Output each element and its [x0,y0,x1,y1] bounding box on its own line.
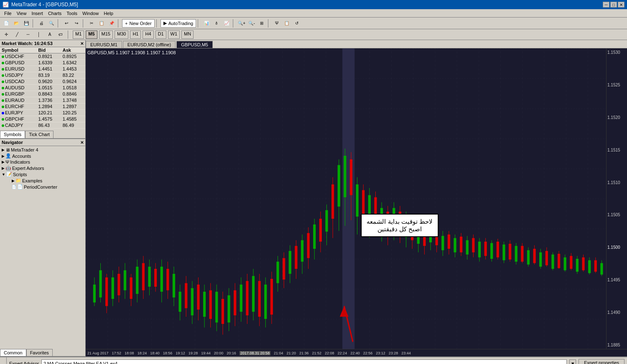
vline-button[interactable]: │ [34,30,43,39]
redo-button[interactable]: ↪ [72,19,81,28]
strategy-tester-tab[interactable]: Strategy Tester [0,357,7,364]
nav-item-accounts[interactable]: ▶ 👤 Accounts [0,153,85,159]
svg-rect-52 [240,285,242,312]
tab-symbols[interactable]: Symbols [0,131,25,138]
nav-item-metatrader-4[interactable]: ▶ 🖥 MetaTrader 4 [0,147,85,153]
chart-type-bar[interactable]: 📊 [202,19,211,28]
dot-icon [2,99,4,102]
paste-button[interactable]: 📌 [107,19,116,28]
hline-button[interactable]: ─ [23,30,33,39]
new-order-button[interactable]: + New Order [122,19,155,28]
title-bar: 📈 MetaTrader 4 - [GBPUSD,M5] ─ □ ✕ [0,0,627,9]
table-row[interactable]: EURUSD 1.4451 1.4453 [0,66,85,72]
table-row[interactable]: GBPUSD 1.6339 1.6342 [0,60,85,66]
save-button[interactable]: 💾 [22,19,31,28]
table-row[interactable]: USDCHF 0.8921 0.8925 [0,53,85,60]
table-row[interactable]: AUDUSD 1.0515 1.0518 [0,85,85,91]
crosshair-button[interactable]: ✛ [2,30,11,39]
maximize-button[interactable]: □ [610,2,617,8]
navigator-tree: ▶ 🖥 MetaTrader 4▶ 👤 Accounts▶ Ψ Indicato… [0,146,85,191]
chart-tab-eurusd-m2[interactable]: EURUSD,M2 (offline) [123,41,176,48]
svg-rect-122 [454,238,456,252]
table-row[interactable]: CADJPY 86.43 86.49 [0,122,85,129]
refresh-button[interactable]: ↺ [292,19,301,28]
svg-rect-24 [154,269,157,287]
autotrading-button[interactable]: ▶ AutoTrading [161,19,196,28]
expert-properties-button[interactable]: Expert properties [579,359,624,364]
label-button[interactable]: 🏷 [56,30,65,39]
zoom-in-button[interactable]: 🔍+ [237,19,246,28]
menu-file[interactable]: File [2,10,14,17]
nav-tab-favorites[interactable]: Favorites [26,349,53,356]
menu-window[interactable]: Window [80,10,101,17]
nav-item-expert-advisors[interactable]: ▶ 🤖 Expert Advisors [0,165,85,171]
menu-tools[interactable]: Tools [64,10,80,17]
chart-type-line[interactable]: 📈 [222,19,231,28]
templates-button[interactable]: 📋 [282,19,291,28]
zoom-out-button[interactable]: 🔍- [247,19,256,28]
chart-tab-gbpusd-m5[interactable]: GBPUSD,M5 [176,41,213,48]
svg-rect-72 [301,240,303,261]
line-button[interactable]: ╱ [13,30,22,39]
price-3: 1.1520 [607,115,626,120]
tab-tick-chart[interactable]: Tick Chart [25,131,54,138]
ea-dropdown-arrow[interactable]: ▼ [569,359,576,364]
table-row[interactable]: EURAUD 1.3736 1.3748 [0,97,85,104]
nav-item-scripts[interactable]: ▼ 📝 Scripts [0,171,85,177]
print-button[interactable]: 🖨 [37,19,46,28]
market-watch-title: Market Watch: 16:24:53 [2,41,53,46]
menu-view[interactable]: View [14,10,29,17]
svg-rect-130 [478,242,481,258]
menu-help[interactable]: Help [101,10,116,17]
svg-rect-152 [545,251,548,265]
period-m1[interactable]: M1 [73,30,84,39]
table-row[interactable]: EURGBP 0.8843 0.8846 [0,91,85,97]
nav-item-indicators[interactable]: ▶ Ψ Indicators [0,159,85,165]
period-h4[interactable]: H4 [143,30,153,39]
col-bid: Bid [36,47,61,53]
svg-rect-18 [136,267,138,294]
period-m5[interactable]: M5 [86,30,97,39]
nav-expand-icon: ▼ [2,172,5,177]
text-button[interactable]: A [45,30,54,39]
open-button[interactable]: 📂 [12,19,21,28]
minimize-button[interactable]: ─ [603,2,609,8]
nav-tab-common[interactable]: Common [0,349,26,356]
expert-advisor-value: 2 MA Crosses Mega filter EA V1.ex4 [43,361,117,364]
cut-button[interactable]: ✂ [87,19,96,28]
print-preview-button[interactable]: 🔍 [47,19,56,28]
undo-button[interactable]: ↩ [62,19,71,28]
grid-button[interactable]: ⊞ [257,19,266,28]
period-m30[interactable]: M30 [115,30,128,39]
svg-rect-166 [588,260,591,273]
close-button[interactable]: ✕ [618,2,624,8]
svg-rect-26 [161,267,163,292]
menu-charts[interactable]: Charts [46,10,64,17]
menu-insert[interactable]: Insert [29,10,46,17]
nav-item-periodconverter[interactable]: 📄 📄 PeriodConverter [0,184,85,190]
period-d1[interactable]: D1 [155,30,166,39]
copy-button[interactable]: 📋 [97,19,106,28]
table-row[interactable]: EURJPY 120.21 120.25 [0,110,85,116]
svg-rect-156 [558,254,560,268]
dot-icon [2,62,4,64]
market-watch-close[interactable]: ✕ [80,41,84,46]
table-row[interactable]: USDJPY 83.19 83.22 [0,72,85,78]
chart-type-candle[interactable]: 🕯 [212,19,221,28]
menu-bar: File View Insert Charts Tools Window Hel… [0,9,627,18]
chart-tab-eurusd-m1[interactable]: EURUSD,M1 [86,41,122,48]
table-row[interactable]: USDCAD 0.9620 0.9624 [0,78,85,85]
nav-item-examples[interactable]: ▶ 📁 Examples [0,177,85,184]
svg-rect-124 [460,237,462,253]
navigator-close[interactable]: ✕ [80,140,84,145]
toolbar-sep-1 [33,19,35,28]
period-m15[interactable]: M15 [99,30,113,39]
period-mn[interactable]: MN [181,30,194,39]
period-h1[interactable]: H1 [130,30,141,39]
period-w1[interactable]: W1 [168,30,180,39]
new-button[interactable]: 📄 [2,19,11,28]
window-controls[interactable]: ─ □ ✕ [603,2,624,8]
table-row[interactable]: EURCHF 1.2894 1.2897 [0,104,85,110]
indicators-button[interactable]: Ψ [272,19,281,28]
table-row[interactable]: GBPCHF 1.4575 1.4585 [0,116,85,122]
